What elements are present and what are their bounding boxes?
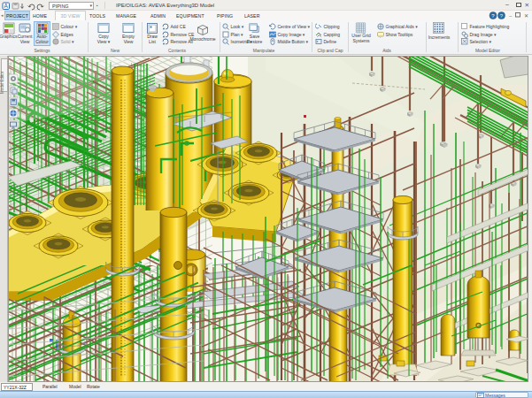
svg-text:✕: ✕ [524, 13, 528, 19]
svg-text:A: A [4, 3, 9, 9]
svg-text:Model Editor: Model Editor [0, 71, 4, 94]
svg-text:–: – [509, 13, 513, 19]
